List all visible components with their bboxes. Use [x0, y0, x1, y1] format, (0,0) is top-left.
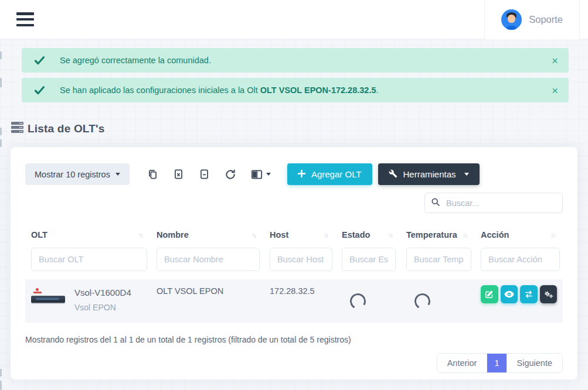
plus-icon: [298, 169, 305, 179]
sort-icon: ↑↓: [388, 231, 395, 238]
background-artifact: [0, 381, 2, 390]
filter-olt-input[interactable]: [31, 248, 147, 271]
column-header-nombre[interactable]: Nombre↑↓: [151, 225, 264, 247]
server-stack-icon: [11, 122, 23, 135]
table-footer: Mostrando registros del 1 al 1 de un tot…: [25, 335, 563, 373]
table-header-row: OLT↑↓ Nombre↑↓ Host↑↓ Estado↑↓ Temperatu…: [25, 225, 563, 247]
olt-device-image: [31, 286, 65, 311]
cell-accion: [475, 279, 563, 323]
close-icon[interactable]: ×: [552, 85, 558, 96]
search-input[interactable]: [446, 199, 556, 208]
filter-host-input[interactable]: [270, 248, 332, 271]
column-header-temperatura[interactable]: Temperatura↑↓: [400, 225, 475, 247]
table-filter-row: [25, 247, 563, 279]
loading-spinner: [348, 292, 368, 311]
sync-button[interactable]: [520, 285, 538, 303]
exchange-arrows-icon: [524, 290, 533, 298]
filter-estado-input[interactable]: [342, 248, 396, 271]
cell-nombre: OLT VSOL EPON: [151, 279, 264, 323]
alert-community-added: Se agregó correctamente la comunidad. ×: [22, 48, 569, 73]
copy-icon[interactable]: [144, 165, 162, 183]
filter-nombre-input[interactable]: [157, 248, 260, 271]
search-box: [424, 193, 563, 213]
olt-table: OLT↑↓ Nombre↑↓ Host↑↓ Estado↑↓ Temperatu…: [25, 225, 563, 323]
background-artifact: [0, 52, 2, 59]
edit-button[interactable]: [481, 285, 498, 303]
check-icon: [35, 56, 45, 65]
alerts-container: Se agregó correctamente la comunidad. × …: [22, 48, 569, 102]
hamburger-menu-icon[interactable]: [16, 12, 34, 26]
table-toolbar: Mostrar 10 registros: [25, 163, 563, 185]
search-row: [25, 193, 563, 213]
top-navbar: Soporte: [0, 0, 588, 39]
alert-message: Se han aplicado las configuraciones inic…: [60, 85, 379, 95]
records-summary: Mostrando registros del 1 al 1 de un tot…: [25, 335, 563, 344]
add-olt-button[interactable]: Agregar OLT: [287, 163, 372, 185]
olt-list-card: Mostrar 10 registros: [11, 147, 577, 379]
edit-icon: [485, 290, 494, 299]
pagination-next[interactable]: Siguiente: [507, 354, 562, 372]
column-header-estado[interactable]: Estado↑↓: [336, 225, 400, 247]
cell-temperatura: [400, 279, 475, 323]
sort-icon: ↑↓: [324, 231, 330, 238]
background-artifact: [0, 139, 2, 147]
column-header-host[interactable]: Host↑↓: [264, 225, 336, 247]
settings-gears-icon: [543, 290, 553, 299]
view-button[interactable]: [501, 285, 518, 303]
caret-down-icon: [464, 173, 469, 176]
sort-icon: ↑↓: [251, 231, 258, 238]
excel-export-icon[interactable]: [169, 165, 188, 183]
configure-button[interactable]: [540, 285, 558, 303]
wrench-icon: [389, 169, 397, 180]
filter-accion-input[interactable]: [481, 248, 560, 271]
avatar: [501, 9, 522, 30]
olt-type: Vsol EPON: [74, 303, 131, 312]
page-title: Lista de OLT's: [28, 122, 105, 135]
caret-down-icon: [115, 173, 120, 176]
background-artifact: [0, 128, 2, 135]
caret-down-icon: [266, 173, 271, 176]
file-export-icon[interactable]: [195, 165, 213, 183]
loading-spinner: [413, 292, 432, 311]
cell-estado: [336, 279, 400, 323]
close-icon[interactable]: ×: [552, 55, 558, 66]
background-artifact: [0, 369, 2, 377]
background-artifact: [0, 78, 2, 87]
column-header-olt[interactable]: OLT↑↓: [25, 225, 151, 247]
tools-dropdown-button[interactable]: Herramientas: [378, 163, 480, 185]
pagination-previous[interactable]: Anterior: [437, 354, 487, 372]
cell-host: 172.28.32.5: [264, 279, 336, 323]
pagination: Anterior 1 Siguiente: [437, 353, 563, 373]
page-header: Lista de OLT's: [11, 122, 577, 135]
alert-initial-config: Se han aplicado las configuraciones inic…: [22, 78, 569, 102]
pagination-page-1[interactable]: 1: [487, 354, 506, 372]
check-icon: [35, 86, 45, 95]
columns-visibility-icon[interactable]: [247, 166, 274, 183]
user-menu[interactable]: Soporte: [484, 0, 580, 39]
eye-icon: [504, 290, 514, 298]
table-row: Vsol-V1600D4 Vsol EPON OLT VSOL EPON 172…: [25, 279, 563, 323]
user-name: Soporte: [529, 14, 563, 25]
column-header-accion[interactable]: Acción↑↓: [475, 225, 563, 247]
sort-icon: ↑↓: [463, 231, 469, 238]
sort-icon: ↑↓: [138, 231, 145, 238]
show-entries-dropdown[interactable]: Mostrar 10 registros: [25, 163, 130, 185]
refresh-icon[interactable]: [221, 165, 240, 184]
sort-icon: ↑↓: [550, 231, 557, 238]
filter-temperatura-input[interactable]: [406, 248, 471, 271]
search-icon: [431, 197, 440, 209]
olt-model: Vsol-V1600D4: [74, 286, 131, 297]
alert-message: Se agregó correctamente la comunidad.: [60, 56, 211, 65]
